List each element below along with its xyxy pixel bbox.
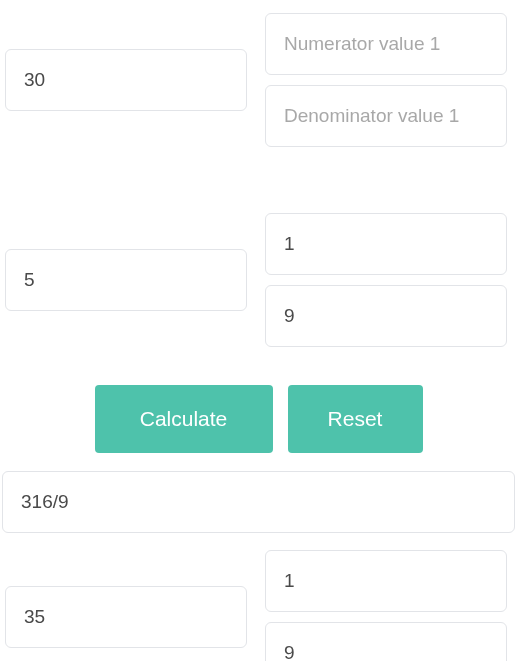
calculate-button[interactable]: Calculate	[95, 385, 273, 453]
numerator-input-1[interactable]	[265, 13, 507, 75]
denominator-input-2[interactable]	[265, 285, 507, 347]
result-fraction-output[interactable]	[2, 471, 515, 533]
result-whole-output[interactable]	[5, 586, 247, 648]
result-denominator-output[interactable]	[265, 622, 507, 661]
numerator-input-2[interactable]	[265, 213, 507, 275]
whole-number-input-1[interactable]	[5, 49, 247, 111]
whole-number-input-2[interactable]	[5, 249, 247, 311]
denominator-input-1[interactable]	[265, 85, 507, 147]
reset-button[interactable]: Reset	[288, 385, 423, 453]
result-numerator-output[interactable]	[265, 550, 507, 612]
